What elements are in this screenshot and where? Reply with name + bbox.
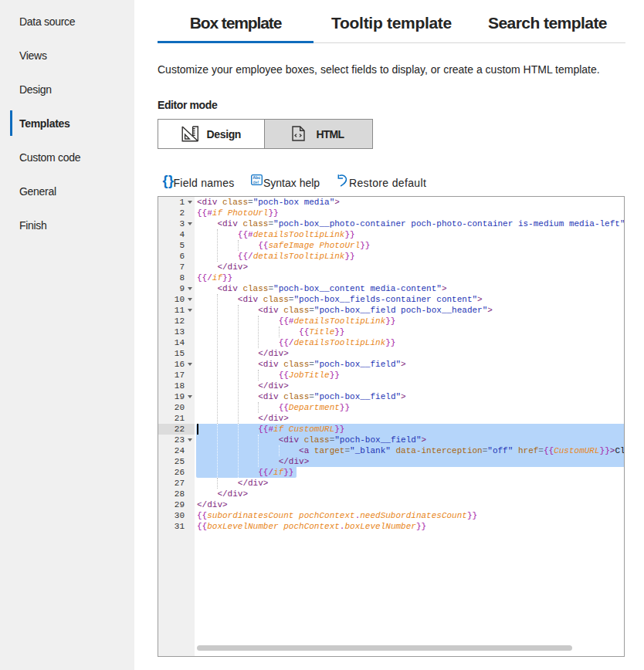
svg-text:def: def bbox=[253, 180, 259, 184]
